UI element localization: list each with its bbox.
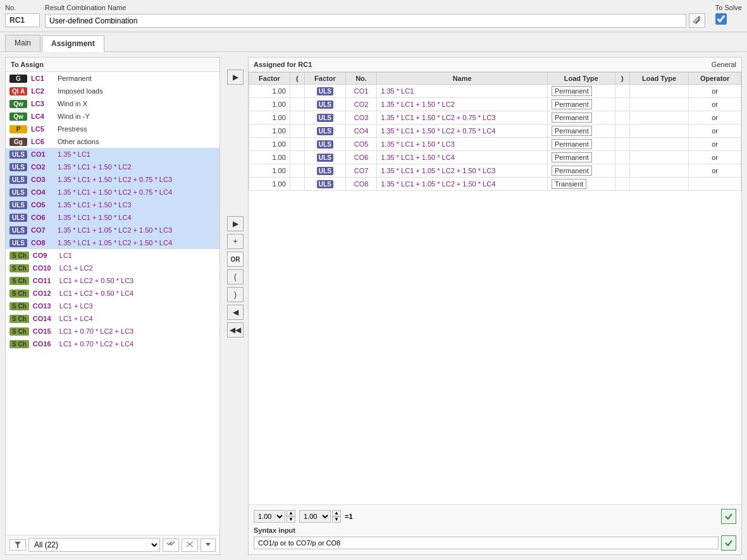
to-assign-header: To Assign [6, 58, 219, 72]
table-row[interactable]: 1.00 ULS CO7 1.35 * LC1 + 1.05 * LC2 + 1… [249, 164, 741, 178]
item-badge: ULS [9, 214, 27, 222]
cell-no: CO8 [345, 178, 377, 191]
list-item[interactable]: S ChCO16LC1 + 0.70 * LC2 + LC4 [6, 338, 219, 350]
table-row[interactable]: 1.00 ULS CO4 1.35 * LC1 + 1.50 * LC2 + 0… [249, 125, 741, 138]
item-code: CO15 [33, 327, 59, 335]
list-item[interactable]: GgLC6Other actions [6, 135, 219, 148]
cell-paren-open [290, 111, 304, 125]
list-item[interactable]: QwLC4Wind in -Y [6, 110, 219, 123]
add-button[interactable]: ▶ [227, 216, 244, 231]
item-text: Wind in -Y [58, 113, 90, 120]
list-item[interactable]: S ChCO13LC1 + LC3 [6, 300, 219, 312]
list-item[interactable]: S ChCO15LC1 + 0.70 * LC2 + LC3 [6, 325, 219, 338]
list-item[interactable]: ULSCO61.35 * LC1 + 1.50 * LC4 [6, 211, 219, 224]
syntax-confirm-button[interactable] [721, 535, 736, 551]
cell-factor1: 1.00 [249, 98, 290, 111]
item-code: CO16 [33, 340, 59, 348]
list-item[interactable]: S ChCO9LC1 [6, 249, 219, 262]
filter-select[interactable]: All (22)LC onlyCO only [28, 538, 160, 552]
tab-main[interactable]: Main [5, 35, 40, 51]
svg-line-2 [698, 17, 700, 19]
col-paren-open: ( [290, 73, 304, 85]
syntax-input[interactable] [254, 537, 719, 549]
table-row[interactable]: 1.00 ULS CO3 1.35 * LC1 + 1.50 * LC2 + 0… [249, 111, 741, 125]
remove-button[interactable]: ◀ [227, 305, 244, 320]
item-code: CO3 [31, 176, 58, 183]
select-all-button[interactable] [163, 539, 179, 552]
cell-load-type[interactable]: Permanent [547, 85, 615, 98]
cell-no: CO1 [345, 85, 377, 98]
cell-name: 1.35 * LC1 + 1.50 * LC2 + 0.75 * LC4 [377, 125, 548, 138]
item-text: LC1 [59, 252, 72, 259]
table-row[interactable]: 1.00 ULS CO8 1.35 * LC1 + 1.05 * LC2 + 1… [249, 178, 741, 191]
list-item[interactable]: ULSCO11.35 * LC1 [6, 148, 219, 161]
combination-name-input[interactable] [45, 14, 686, 28]
table-row[interactable]: 1.00 ULS CO2 1.35 * LC1 + 1.50 * LC2 Per… [249, 98, 741, 111]
list-item[interactable]: QwLC3Wind in X [6, 97, 219, 110]
item-badge: S Ch [9, 252, 29, 260]
cell-paren-close [615, 178, 629, 191]
list-item[interactable]: ULSCO31.35 * LC1 + 1.50 * LC2 + 0.75 * L… [6, 173, 219, 186]
list-item[interactable]: ULSCO41.35 * LC1 + 1.50 * LC2 + 0.75 * L… [6, 186, 219, 198]
apply-check-button[interactable] [721, 509, 736, 524]
table-row[interactable]: 1.00 ULS CO1 1.35 * LC1 Permanent or [249, 85, 741, 98]
cell-load-type[interactable]: Permanent [547, 164, 615, 178]
item-text: Wind in X [58, 100, 87, 107]
add-plus-button[interactable]: + [227, 234, 244, 249]
list-item[interactable]: S ChCO12LC1 + LC2 + 0.50 * LC4 [6, 287, 219, 300]
remove-all-button[interactable]: ◀◀ [227, 322, 244, 338]
cell-load-type[interactable]: Transient [547, 178, 615, 191]
cell-paren-close [615, 138, 629, 151]
or-button[interactable]: OR [227, 252, 244, 267]
list-item[interactable]: ULSCO51.35 * LC1 + 1.50 * LC3 [6, 198, 219, 211]
name-label: Result Combination Name [45, 4, 705, 11]
close-paren-button[interactable]: ) [227, 287, 244, 302]
item-code: CO5 [31, 201, 58, 209]
factor1-input-group: 1.000.750.500.701.051.351.50 ▲ ▼ [254, 510, 295, 523]
table-row[interactable]: 1.00 ULS CO5 1.35 * LC1 + 1.50 * LC3 Per… [249, 138, 741, 151]
open-paren-button[interactable]: ( [227, 269, 244, 284]
list-item[interactable]: S ChCO10LC1 + LC2 [6, 262, 219, 274]
add-all-button[interactable]: ▶ [227, 70, 244, 85]
table-row[interactable]: 1.00 ULS CO6 1.35 * LC1 + 1.50 * LC4 Per… [249, 151, 741, 164]
cell-factor1: 1.00 [249, 151, 290, 164]
list-item[interactable]: S ChCO14LC1 + LC4 [6, 312, 219, 325]
list-item[interactable]: ULSCO21.35 * LC1 + 1.50 * LC2 [6, 161, 219, 173]
list-item[interactable]: S ChCO11LC1 + LC2 + 0.50 * LC3 [6, 274, 219, 287]
factor1-up[interactable]: ▲ [287, 510, 295, 516]
cell-load-type[interactable]: Permanent [547, 151, 615, 164]
left-footer: All (22)LC onlyCO only [6, 535, 219, 554]
factor2-input-group: 1.000.750.500.701.051.351.50 ▲ ▼ [299, 510, 341, 523]
list-item[interactable]: GLC1Permanent [6, 72, 219, 85]
item-badge: S Ch [9, 315, 29, 323]
cell-load-type2 [629, 138, 688, 151]
cell-load-type[interactable]: Permanent [547, 125, 615, 138]
cell-name: 1.35 * LC1 + 1.50 * LC2 [377, 98, 548, 111]
factor1-down[interactable]: ▼ [287, 516, 295, 523]
item-text: Imposed loads [58, 87, 103, 95]
deselect-all-button[interactable] [182, 539, 198, 552]
cell-load-type[interactable]: Permanent [547, 98, 615, 111]
cell-load-type2 [629, 151, 688, 164]
factor2-select[interactable]: 1.000.750.500.701.051.351.50 [299, 510, 331, 523]
scroll-down-button[interactable] [201, 539, 216, 552]
filter-button[interactable] [9, 539, 26, 551]
edit-name-button[interactable] [689, 13, 705, 28]
factor2-up[interactable]: ▲ [332, 510, 341, 516]
factor1-select[interactable]: 1.000.750.500.701.051.351.50 [254, 510, 285, 523]
col-load-type: Load Type [547, 73, 615, 85]
list-item[interactable]: Ql ALC2Imposed loads [6, 85, 219, 97]
cell-load-type[interactable]: Permanent [547, 111, 615, 125]
list-item[interactable]: ULSCO81.35 * LC1 + 1.05 * LC2 + 1.50 * L… [6, 236, 219, 249]
cell-uls-badge: ULS [304, 138, 345, 151]
tab-assignment[interactable]: Assignment [42, 35, 104, 52]
factor2-down[interactable]: ▼ [332, 516, 341, 523]
list-item[interactable]: PLC5Prestress [6, 123, 219, 135]
list-item[interactable]: ULSCO71.35 * LC1 + 1.05 * LC2 + 1.50 * L… [6, 224, 219, 236]
solve-checkbox[interactable] [715, 13, 727, 25]
cell-operator: or [689, 138, 741, 151]
item-text: LC1 + 0.70 * LC2 + LC4 [59, 340, 133, 348]
cell-load-type[interactable]: Permanent [547, 138, 615, 151]
cell-load-type2 [629, 98, 688, 111]
item-code: CO7 [31, 226, 58, 234]
